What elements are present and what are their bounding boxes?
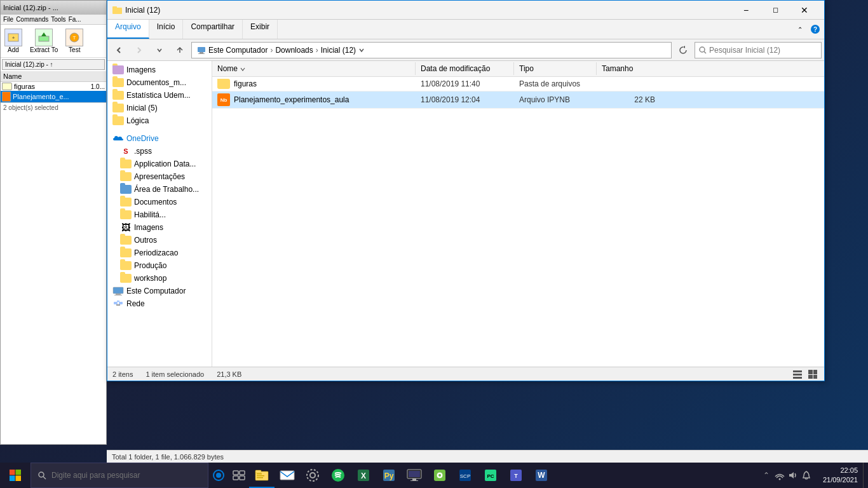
nav-outros[interactable]: Outros [107, 234, 212, 247]
nav-onedrive-header[interactable]: OneDrive [107, 132, 212, 145]
winrar-extract-btn[interactable]: Extract To [27, 27, 60, 55]
col-name-header[interactable]: Nome [212, 62, 416, 75]
taskbar-teams[interactable]: T [503, 463, 529, 488]
nav-area-trabalho[interactable]: Área de Trabalho... [107, 183, 212, 196]
address-box[interactable]: Este Computador › Downloads › Inicial (1… [191, 42, 672, 58]
network-icon-tray[interactable] [775, 470, 785, 480]
taskbar-excel[interactable]: X [351, 463, 376, 488]
winrar-col-name[interactable]: Name [1, 71, 101, 81]
task-view-button[interactable] [229, 463, 249, 488]
taskbar-python[interactable]: Py [376, 463, 402, 488]
nav-item-imagens[interactable]: Imagens [107, 64, 212, 76]
taskbar-explorer[interactable] [249, 463, 275, 488]
forward-button[interactable] [130, 41, 148, 59]
tab-arquivo[interactable]: Arquivo [107, 20, 149, 39]
computer-icon-addr [197, 46, 206, 55]
svg-point-61 [438, 474, 441, 477]
taskbar-search-icon [37, 471, 46, 480]
taskbar-search-input[interactable] [51, 471, 179, 480]
maximize-button[interactable]: ◻ [761, 1, 790, 20]
winrar-menu-commands[interactable]: Commands [16, 16, 48, 23]
nav-documentos[interactable]: Documentos [107, 196, 212, 208]
dropdown-button[interactable] [151, 41, 168, 59]
col-date-header[interactable]: Data de modificação [416, 62, 514, 75]
nav-periodizacao[interactable]: Periodizacao [107, 247, 212, 259]
nav-item-estatistica[interactable]: Estatística Udem... [107, 89, 212, 102]
cortana-button[interactable] [208, 463, 229, 488]
svg-marker-3 [41, 32, 46, 36]
taskbar-winscp[interactable]: SCP [452, 463, 478, 488]
tab-exibir[interactable]: Exibir [243, 20, 278, 39]
winrar-test-btn[interactable]: T Test [63, 27, 86, 55]
file-row-figuras[interactable]: figuras 11/08/2019 11:40 Pasta de arquiv… [212, 77, 824, 92]
close-button[interactable]: ✕ [790, 1, 819, 20]
winrar-item-figuras[interactable]: figuras 1.0... [1, 82, 106, 91]
taskbar-pycharm[interactable]: PC [478, 463, 503, 488]
folder-icon [120, 198, 132, 207]
svg-rect-17 [116, 294, 121, 295]
refresh-button[interactable] [674, 41, 692, 59]
figuras-name: figuras [234, 79, 257, 88]
ribbon-collapse-btn[interactable]: ⌃ [794, 20, 806, 39]
nav-spss[interactable]: S .spss [107, 145, 212, 158]
winrar-menu-tools[interactable]: Tools [51, 16, 65, 23]
nav-documentos-label: Documentos [134, 198, 177, 207]
winrar-menu-fa[interactable]: Fa... [69, 16, 81, 23]
nav-item-inicial5[interactable]: Inicial (5) [107, 102, 212, 114]
taskbar-spotify[interactable] [325, 463, 351, 488]
nav-imagens-od[interactable]: 🖼 Imagens [107, 221, 212, 234]
nav-network[interactable]: Rede [107, 297, 212, 310]
help-button[interactable]: ? [806, 20, 824, 39]
back-button[interactable] [110, 41, 128, 59]
taskbar-clock[interactable]: 22:05 21/09/2021 [818, 466, 863, 485]
nav-computer[interactable]: Este Computador [107, 285, 212, 297]
start-button[interactable] [0, 463, 31, 488]
nav-appdata[interactable]: Application Data... [107, 158, 212, 170]
taskbar-settings[interactable] [300, 463, 325, 488]
minimize-button[interactable]: − [731, 1, 761, 20]
taskbar-greenshot[interactable] [427, 463, 452, 488]
taskbar-mail[interactable] [275, 463, 300, 488]
taskbar-search[interactable] [31, 463, 208, 488]
svg-rect-58 [410, 480, 418, 481]
tab-compartilhar[interactable]: Compartilhar [183, 20, 243, 39]
search-input[interactable] [709, 46, 817, 55]
breadcrumb-downloads[interactable]: Downloads [275, 46, 313, 55]
nav-item-logica[interactable]: Lógica [107, 114, 212, 127]
svg-point-14 [700, 47, 705, 52]
taskbar-word[interactable]: W [529, 463, 554, 488]
breadcrumb-current[interactable]: Inicial (12) [321, 46, 356, 55]
nav-item-documentos-m[interactable]: Documentos_m... [107, 76, 212, 89]
nav-producao[interactable]: Produção [107, 259, 212, 272]
nav-outros-label: Outros [134, 236, 157, 245]
nav-apresentacoes[interactable]: Apresentações [107, 170, 212, 183]
winrar-add-label: Add [8, 46, 19, 53]
taskbar-monitor[interactable] [402, 463, 427, 488]
notification-icon-tray[interactable] [800, 470, 813, 480]
up-button[interactable] [171, 41, 189, 59]
winrar-item-planejamento[interactable]: Planejamento_e... [1, 91, 106, 102]
view-details-btn[interactable] [791, 368, 804, 381]
file-row-planejamento[interactable]: Nb Planejamento_experimentos_aula 11/08/… [212, 92, 824, 109]
pycharm-icon: PC [484, 468, 498, 482]
show-desktop-btn[interactable] [863, 463, 868, 488]
svg-rect-2 [39, 36, 49, 41]
col-type-header[interactable]: Tipo [514, 62, 597, 75]
svg-rect-32 [10, 476, 15, 482]
winrar-add-btn[interactable]: + Add [2, 27, 25, 55]
address-bar-row: Este Computador › Downloads › Inicial (1… [107, 39, 824, 61]
view-list-btn[interactable] [806, 368, 819, 381]
nav-computer-label: Este Computador [126, 287, 186, 295]
tab-inicio[interactable]: Início [149, 20, 184, 39]
search-box[interactable] [695, 42, 822, 58]
svg-rect-39 [240, 471, 245, 475]
breadcrumb-computer[interactable]: Este Computador [208, 46, 268, 55]
nav-habilita[interactable]: Habilitá... [107, 208, 212, 221]
addr-dropdown-icon[interactable] [358, 47, 365, 53]
svg-rect-19 [114, 302, 118, 304]
sound-icon-tray[interactable] [787, 470, 797, 480]
tray-overflow-btn[interactable]: ⌃ [761, 471, 772, 480]
winrar-menu-file[interactable]: File [3, 16, 13, 23]
nav-workshop[interactable]: workshop [107, 272, 212, 285]
col-size-header[interactable]: Tamanho [597, 62, 660, 75]
